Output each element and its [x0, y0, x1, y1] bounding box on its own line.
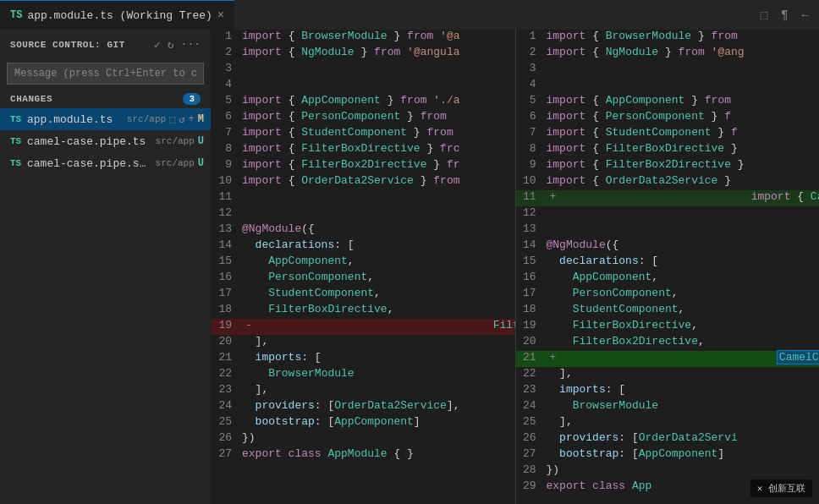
- code-line: 4: [516, 78, 820, 94]
- file-status: U: [198, 157, 204, 169]
- list-item[interactable]: TS app.module.ts src/app ⬚ ↺ + M: [0, 108, 211, 130]
- active-tab[interactable]: TS app.module.ts (Working Tree) ×: [0, 0, 234, 30]
- code-line: 22 BrowserModule: [212, 367, 515, 383]
- code-line-removed: 19 - FilterBox2Directive: [212, 319, 515, 335]
- code-line: 5 import { AppComponent } from './a: [212, 94, 515, 110]
- code-line: 25 bootstrap: [AppComponent]: [212, 415, 515, 431]
- code-line-added: 11 + import { CamelCasePipe } from: [516, 190, 820, 206]
- code-line: 11: [212, 190, 515, 206]
- code-line: 1 import { BrowserModule } from '@a: [212, 30, 515, 46]
- file-path: src/app: [127, 114, 166, 124]
- refresh-icon[interactable]: ↻: [168, 38, 174, 52]
- sidebar: SOURCE CONTROL: GIT ✓ ↻ ··· CHANGES 3 TS…: [0, 30, 212, 504]
- code-line: 17 PersonComponent,: [516, 287, 820, 303]
- code-line: 3: [212, 62, 515, 78]
- sidebar-header-actions: ✓ ↻ ···: [154, 38, 201, 52]
- code-line: 24 providers: [OrderData2Service],: [212, 399, 515, 415]
- file-action-icons: ⬚ ↺ +: [169, 113, 195, 126]
- code-line: 16 PersonComponent,: [212, 271, 515, 287]
- stage-icon[interactable]: +: [189, 113, 195, 126]
- file-name: camel-case.pipe.ts: [27, 135, 149, 148]
- sidebar-header: SOURCE CONTROL: GIT ✓ ↻ ···: [0, 30, 211, 59]
- back-icon[interactable]: ←: [799, 7, 812, 24]
- left-code-table: 1 import { BrowserModule } from '@a 2 im…: [212, 30, 515, 463]
- code-line: 23 ],: [212, 383, 515, 399]
- code-line: 10 import { OrderData2Service } from: [212, 174, 515, 190]
- code-line: 2 import { NgModule } from '@ang: [516, 46, 820, 62]
- file-list: TS app.module.ts src/app ⬚ ↺ + M TS came…: [0, 108, 211, 504]
- tab-actions: ⬚ ¶ ←: [757, 6, 819, 24]
- file-status: U: [198, 135, 204, 147]
- file-status: M: [198, 113, 204, 125]
- code-line: 16 AppComponent,: [516, 271, 820, 287]
- code-line: 23 imports: [: [516, 383, 820, 399]
- code-line: 18 FilterBoxDirective,: [212, 303, 515, 319]
- ts-file-icon: TS: [10, 158, 24, 168]
- checkmark-icon[interactable]: ✓: [154, 38, 161, 52]
- tab-label: app.module.ts (Working Tree): [27, 9, 212, 22]
- code-line: 8 import { FilterBoxDirective }: [516, 142, 820, 158]
- open-file-icon[interactable]: ⬚: [757, 6, 771, 24]
- code-line: 12: [212, 206, 515, 222]
- code-line: 18 StudentComponent,: [516, 303, 820, 319]
- changes-label: CHANGES: [10, 94, 52, 104]
- code-line: 7 import { StudentComponent } f: [516, 126, 820, 142]
- code-line: 27 bootstrap: [AppComponent]: [516, 447, 820, 463]
- commit-message-input[interactable]: [7, 63, 204, 85]
- close-tab-icon[interactable]: ×: [217, 8, 224, 22]
- code-line: 4: [212, 78, 515, 94]
- code-line: 28 }): [516, 463, 820, 479]
- right-editor-pane: 1 import { BrowserModule } from 2 import…: [516, 30, 820, 504]
- code-line: 14 declarations: [: [212, 238, 515, 255]
- code-line: 20 ],: [212, 335, 515, 351]
- file-name: camel-case.pipe.spec.ts: [27, 157, 149, 170]
- code-line: 14 @NgModule({: [516, 238, 820, 255]
- code-line: 24 BrowserModule: [516, 399, 820, 415]
- left-editor-pane: 1 import { BrowserModule } from '@a 2 im…: [212, 30, 516, 504]
- changes-count: 3: [183, 93, 201, 105]
- code-line: 9 import { FilterBox2Directive }: [516, 158, 820, 174]
- code-line: 9 import { FilterBox2Directive } fr: [212, 158, 515, 174]
- code-line: 5 import { AppComponent } from: [516, 94, 820, 110]
- left-editor-content[interactable]: 1 import { BrowserModule } from '@a 2 im…: [212, 30, 515, 504]
- camelcase-highlight: CamelCasePipe: [778, 351, 819, 364]
- changes-header: CHANGES 3: [0, 88, 211, 108]
- code-line: 22 ],: [516, 367, 820, 383]
- code-line: 2 import { NgModule } from '@angula: [212, 46, 515, 62]
- file-name: app.module.ts: [27, 113, 120, 126]
- list-item[interactable]: TS camel-case.pipe.ts src/app U: [0, 130, 211, 152]
- more-icon[interactable]: ···: [181, 38, 201, 52]
- watermark: ✕ 创新互联: [750, 479, 812, 497]
- code-line: 13: [516, 222, 820, 238]
- file-path: src/app: [156, 136, 195, 146]
- code-line: 7 import { StudentComponent } from: [212, 126, 515, 142]
- tab-bar: TS app.module.ts (Working Tree) × ⬚ ¶ ←: [0, 0, 819, 30]
- ts-file-icon: TS: [10, 136, 24, 146]
- file-path: src/app: [156, 158, 195, 168]
- sidebar-title: SOURCE CONTROL: GIT: [10, 40, 125, 50]
- right-editor-content[interactable]: 1 import { BrowserModule } from 2 import…: [516, 30, 820, 504]
- code-line: 3: [516, 62, 820, 78]
- list-item[interactable]: TS camel-case.pipe.spec.ts src/app U: [0, 152, 211, 174]
- right-code-table: 1 import { BrowserModule } from 2 import…: [516, 30, 820, 496]
- code-line: 19 FilterBoxDirective,: [516, 319, 820, 335]
- code-line: 25 ],: [516, 415, 820, 431]
- code-line: 15 AppComponent,: [212, 255, 515, 271]
- code-line: 26 }): [212, 431, 515, 447]
- ts-file-icon: TS: [10, 114, 24, 124]
- code-line: 12: [516, 206, 820, 222]
- code-line: 8 import { FilterBoxDirective } frc: [212, 142, 515, 158]
- code-line: 13 @NgModule({: [212, 222, 515, 238]
- editor-area: 1 import { BrowserModule } from '@a 2 im…: [212, 30, 819, 504]
- code-line: 15 declarations: [: [516, 255, 820, 271]
- revert-icon[interactable]: ↺: [179, 113, 184, 126]
- code-line: 1 import { BrowserModule } from: [516, 30, 820, 46]
- code-line: 17 StudentComponent,: [212, 287, 515, 303]
- code-line: 21 imports: [: [212, 351, 515, 367]
- open-changes-icon[interactable]: ⬚: [169, 113, 175, 126]
- code-line: 27 export class AppModule { }: [212, 447, 515, 463]
- code-line: 26 providers: [OrderData2Servi: [516, 431, 820, 447]
- whitespace-icon[interactable]: ¶: [778, 7, 791, 24]
- ts-badge: TS: [10, 9, 22, 21]
- code-line: 10 import { OrderData2Service }: [516, 174, 820, 190]
